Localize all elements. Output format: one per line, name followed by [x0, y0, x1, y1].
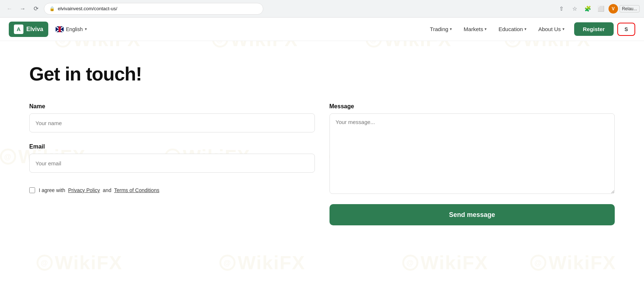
name-field-group: Name: [29, 103, 315, 132]
agreement-row: I agree with Privacy Policy and Terms of…: [29, 187, 315, 193]
form-right-column: Message Send message: [329, 103, 615, 225]
nav-markets-label: Markets: [464, 26, 483, 32]
contact-form: Name Email I agree with Privacy Policy a…: [29, 103, 615, 225]
main-nav: A Elviva English ▾ Trading ▾ Markets ▾ E…: [0, 18, 644, 41]
nav-markets[interactable]: Markets ▾: [459, 23, 492, 35]
nav-about-label: About Us: [538, 26, 561, 32]
chevron-education-icon: ▾: [524, 27, 527, 31]
language-label: English: [66, 26, 83, 32]
form-left-column: Name Email I agree with Privacy Policy a…: [29, 103, 315, 225]
nav-about[interactable]: About Us ▾: [533, 23, 570, 35]
split-screen-button[interactable]: ⬜: [595, 3, 607, 15]
lock-icon: 🔒: [49, 6, 55, 11]
address-bar[interactable]: 🔒 elvivainvest.com/contact-us/: [44, 3, 263, 15]
email-label: Email: [29, 143, 315, 150]
nav-education[interactable]: Education ▾: [493, 23, 532, 35]
watermark-10: @ WikiFX: [219, 252, 305, 274]
message-input[interactable]: [329, 113, 615, 194]
reload-button[interactable]: ⟳: [31, 4, 41, 14]
chevron-down-icon: ▾: [85, 27, 87, 31]
send-button[interactable]: Send message: [329, 204, 615, 225]
browser-action-bar: ⇧ ☆ 🧩 ⬜ V Relau...: [556, 3, 640, 15]
email-input[interactable]: [29, 154, 315, 173]
url-text: elvivainvest.com/contact-us/: [58, 6, 117, 11]
message-label: Message: [329, 103, 615, 110]
agreement-checkbox[interactable]: [29, 187, 35, 193]
page-title: Get in touch!: [29, 63, 615, 85]
terms-link[interactable]: Terms of Conditions: [114, 187, 159, 193]
privacy-policy-link[interactable]: Privacy Policy: [68, 187, 100, 193]
signin-button[interactable]: S: [617, 23, 635, 36]
message-field-group: Message: [329, 103, 615, 195]
nav-education-label: Education: [498, 26, 523, 32]
language-selector[interactable]: English ▾: [56, 26, 87, 32]
chevron-about-icon: ▾: [562, 27, 565, 31]
logo-button[interactable]: A Elviva: [9, 22, 48, 37]
flag-icon: [56, 26, 64, 32]
logo-name: Elviva: [26, 26, 43, 33]
back-button[interactable]: ←: [4, 4, 15, 14]
share-button[interactable]: ⇧: [556, 3, 568, 15]
name-input[interactable]: [29, 113, 315, 132]
register-button[interactable]: Register: [574, 22, 614, 36]
nav-trading[interactable]: Trading ▾: [425, 23, 457, 35]
browser-chrome: ← → ⟳ 🔒 elvivainvest.com/contact-us/ ⇧ ☆…: [0, 0, 644, 18]
extension-label[interactable]: Relau...: [619, 5, 640, 12]
chevron-trading-icon: ▾: [450, 27, 452, 31]
email-field-group: Email: [29, 143, 315, 173]
bookmark-button[interactable]: ☆: [569, 3, 581, 15]
nav-trading-label: Trading: [430, 26, 448, 32]
forward-button[interactable]: →: [18, 4, 28, 14]
name-label: Name: [29, 103, 315, 110]
profile-avatar[interactable]: V: [609, 4, 618, 14]
extensions-button[interactable]: 🧩: [582, 3, 594, 15]
website: @ WikiFX @ WikiFX @ WikiFX @ WikiFX @ Wi…: [0, 18, 644, 304]
logo-letter: A: [14, 25, 23, 34]
chevron-markets-icon: ▾: [485, 27, 487, 31]
watermark-9: @ WikiFX: [37, 252, 123, 274]
nav-menu: Trading ▾ Markets ▾ Education ▾ About Us…: [425, 22, 635, 36]
main-content: Get in touch! Name Email I agree with Pr…: [0, 41, 644, 247]
watermark-12: @ WikiFX: [530, 252, 616, 274]
watermark-11: @ WikiFX: [402, 252, 488, 274]
agreement-text: I agree with Privacy Policy and Terms of…: [39, 187, 159, 193]
